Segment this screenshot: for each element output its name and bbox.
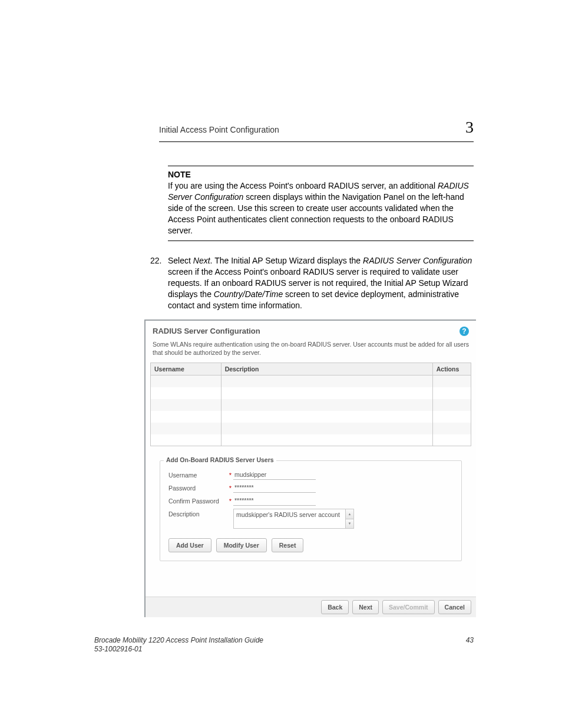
wizard-nav-bar: Back Next Save/Commit Cancel [146, 597, 476, 617]
step-seg-a: Select [168, 256, 193, 265]
note-label: NOTE [168, 170, 474, 179]
header-divider [159, 141, 474, 142]
step-seg-i1: Next [193, 256, 210, 265]
table-row[interactable] [151, 434, 471, 446]
step-seg-i2: RADIUS Server Configuration [363, 256, 472, 265]
note-text: If you are using the Access Point's onbo… [168, 180, 474, 236]
table-row[interactable] [151, 387, 471, 399]
back-button[interactable]: Back [321, 600, 349, 614]
save-commit-button[interactable]: Save/Commit [382, 600, 435, 614]
chapter-number: 3 [465, 118, 474, 137]
footer-doc-number: 53-1002916-01 [94, 645, 263, 654]
note-block: NOTE If you are using the Access Point's… [168, 166, 474, 241]
modify-user-button[interactable]: Modify User [216, 538, 267, 552]
page-footer: Brocade Mobility 1220 Access Point Insta… [94, 636, 474, 654]
password-input[interactable] [233, 483, 316, 493]
table-row[interactable] [151, 411, 471, 423]
spacer [227, 509, 233, 510]
label-username: Username [168, 470, 227, 479]
confirm-password-input[interactable] [233, 496, 316, 506]
fieldset-legend: Add On-Board RADIUS Server Users [164, 456, 276, 463]
col-actions[interactable]: Actions [432, 363, 471, 375]
step-seg-b: . The Initial AP Setup Wizard displays t… [210, 256, 363, 265]
running-title: Initial Access Point Configuration [159, 125, 279, 134]
required-marker: * [227, 496, 233, 505]
required-marker: * [227, 483, 233, 492]
add-users-fieldset: Add On-Board RADIUS Server Users Usernam… [160, 460, 462, 561]
footer-page-number: 43 [466, 636, 474, 654]
step-number: 22. [150, 255, 168, 311]
label-confirm-password: Confirm Password [168, 496, 227, 505]
users-table: Username Description Actions [150, 363, 471, 446]
spinner-down-icon[interactable]: ▼ [346, 519, 353, 529]
note-text-a: If you are using the Access Point's onbo… [168, 181, 438, 190]
col-username[interactable]: Username [151, 363, 222, 375]
reset-button[interactable]: Reset [272, 538, 304, 552]
step-22: 22. Select Next. The Initial AP Setup Wi… [150, 255, 474, 311]
label-password: Password [168, 483, 227, 492]
next-button[interactable]: Next [352, 600, 379, 614]
panel-title: RADIUS Server Configuration [153, 327, 260, 335]
step-text: Select Next. The Initial AP Setup Wizard… [168, 255, 474, 311]
radius-config-screenshot: RADIUS Server Configuration ? Some WLANs… [144, 319, 476, 617]
running-header: Initial Access Point Configuration 3 [94, 118, 474, 137]
table-row[interactable] [151, 399, 471, 411]
col-description[interactable]: Description [221, 363, 432, 375]
step-seg-i3: Country/Date/Time [214, 289, 283, 299]
table-row[interactable] [151, 423, 471, 434]
username-input[interactable] [233, 470, 316, 480]
footer-guide-title: Brocade Mobility 1220 Access Point Insta… [94, 636, 263, 645]
textarea-spinner: ▲ ▼ [345, 509, 354, 529]
label-description: Description [168, 509, 227, 518]
add-user-button[interactable]: Add User [168, 538, 211, 552]
description-textarea[interactable] [233, 509, 345, 529]
panel-description: Some WLANs require authentication using … [146, 338, 476, 363]
required-marker: * [227, 470, 233, 479]
spinner-up-icon[interactable]: ▲ [346, 509, 353, 519]
table-row[interactable] [151, 375, 471, 387]
cancel-button[interactable]: Cancel [438, 600, 471, 614]
help-icon[interactable]: ? [459, 327, 469, 336]
